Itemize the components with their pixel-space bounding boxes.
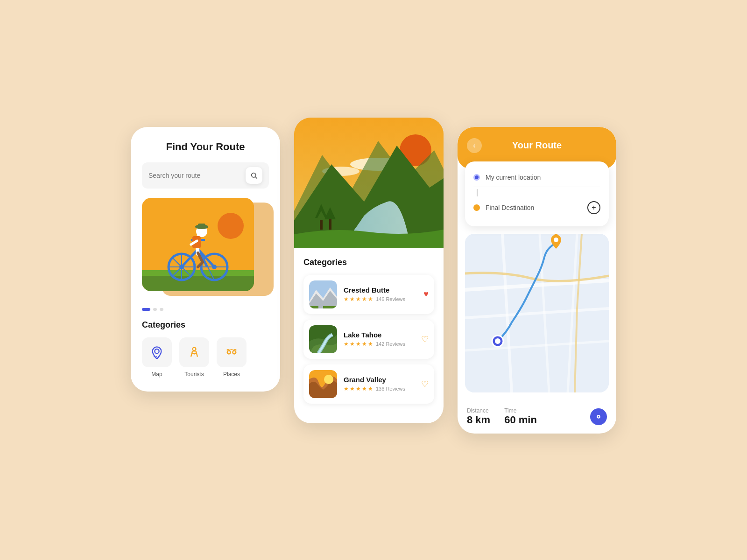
dot-indicators [142,308,269,311]
current-location-input[interactable] [486,174,600,181]
map-area [465,234,609,392]
category-item-places[interactable]: Places [217,337,247,378]
grand-valley-info: Grand Valley ★ ★ ★ ★ ★ 136 Reviews [344,376,415,392]
phone-1-title: Find Your Route [142,141,269,153]
grand-valley-name: Grand Valley [344,376,415,384]
svg-rect-35 [329,218,331,230]
lake-tahoe-reviews: 142 Reviews [376,341,405,347]
time-label: Time [504,407,537,414]
grand-valley-stars: ★ ★ ★ ★ ★ 136 Reviews [344,385,415,392]
svg-point-27 [233,350,236,354]
route-stats: Distance 8 km Time 60 min [458,400,616,434]
category-item-map[interactable]: Map [142,337,172,378]
svg-point-49 [495,338,500,344]
svg-rect-6 [142,270,254,276]
dot-inactive-2[interactable] [160,308,163,311]
category-item-tourists[interactable]: Tourists [179,337,209,378]
phone-2-content: Categories Crested Butte ★ [294,248,444,423]
svg-point-26 [227,350,231,354]
crested-butte-name: Crested Butte [344,286,417,294]
category-label-tourists: Tourists [184,371,204,378]
phone-2-header: ‹ [294,118,444,248]
dot-inactive-1[interactable] [153,308,157,311]
grand-valley-heart[interactable]: ♡ [421,379,429,389]
categories-list-title: Categories [303,258,434,267]
time-stat: Time 60 min [504,407,537,426]
category-label-places: Places [223,371,240,378]
search-bar[interactable] [142,162,269,189]
svg-rect-25 [192,351,196,353]
tourists-icon-box [179,337,209,367]
grand-valley-card[interactable]: Grand Valley ★ ★ ★ ★ ★ 136 Reviews ♡ [303,364,434,404]
phones-container: Find Your Route [131,127,616,434]
crested-butte-heart[interactable]: ♥ [423,289,429,299]
svg-point-24 [193,347,196,350]
phone-3: ‹ Your Route + [458,127,616,434]
destination-row[interactable]: + [473,197,600,218]
add-destination-button[interactable]: + [587,201,600,214]
dot-active[interactable] [142,308,150,311]
search-button[interactable] [246,167,262,184]
categories-title-1: Categories [142,320,269,330]
route-card: + [465,161,609,226]
svg-line-1 [255,177,257,179]
hero-image [142,198,269,301]
crested-butte-stars: ★ ★ ★ ★ ★ 146 Reviews [344,296,417,302]
lake-tahoe-info: Lake Tahoe ★ ★ ★ ★ ★ 142 Reviews [344,331,415,347]
phone-2: ‹ [294,118,444,423]
lake-tahoe-card[interactable]: Lake Tahoe ★ ★ ★ ★ ★ 142 Reviews ♡ [303,320,434,359]
grand-valley-thumb [309,370,337,398]
category-label-map: Map [151,371,162,378]
phone-3-title: Your Route [486,140,587,151]
current-location-dot [473,174,480,181]
distance-stat: Distance 8 km [467,407,490,426]
current-location-row[interactable] [473,170,600,187]
distance-label: Distance [467,407,490,414]
crested-butte-reviews: 146 Reviews [376,296,405,302]
svg-point-53 [598,416,599,417]
destination-dot [473,204,480,211]
destination-input[interactable] [486,204,582,211]
svg-point-3 [218,213,244,239]
svg-point-40 [324,375,333,384]
search-input[interactable] [148,172,246,179]
lake-tahoe-thumb [309,325,337,353]
back-button-3[interactable]: ‹ [467,138,482,153]
hero-card [142,198,254,291]
lake-tahoe-heart[interactable]: ♡ [421,334,429,344]
crested-butte-info: Crested Butte ★ ★ ★ ★ ★ 146 Reviews [344,286,417,302]
svg-point-50 [554,238,558,242]
grand-valley-reviews: 136 Reviews [376,386,405,392]
places-icon-box [217,337,247,367]
svg-rect-21 [198,224,205,227]
category-icons-row: Map Tourists [142,337,269,378]
map-icon-box [142,337,172,367]
svg-point-0 [252,173,256,177]
route-action-button[interactable] [590,408,607,425]
distance-value: 8 km [467,414,490,426]
svg-point-23 [155,349,159,353]
crested-butte-thumb [309,280,337,308]
time-value: 60 min [504,414,537,426]
crested-butte-card[interactable]: Crested Butte ★ ★ ★ ★ ★ 146 Reviews ♥ [303,275,434,314]
phone-1: Find Your Route [131,127,280,392]
lake-tahoe-stars: ★ ★ ★ ★ ★ 142 Reviews [344,341,415,347]
lake-tahoe-name: Lake Tahoe [344,331,415,339]
